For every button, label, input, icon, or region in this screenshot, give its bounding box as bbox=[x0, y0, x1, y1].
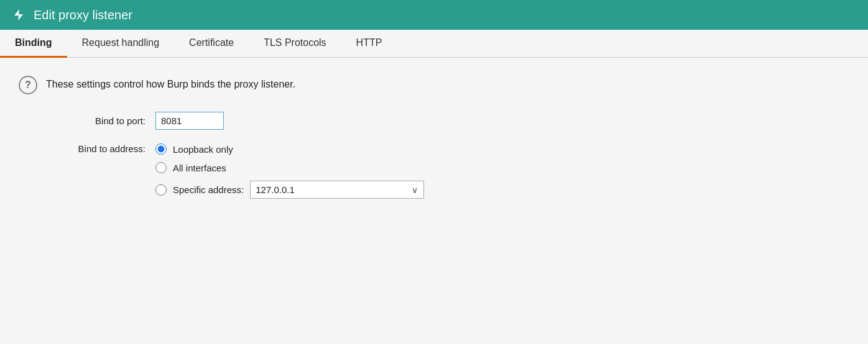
lightning-icon bbox=[10, 6, 27, 24]
radio-all-interfaces-label: All interfaces bbox=[173, 163, 226, 173]
tabs-bar: Binding Request handling Certificate TLS… bbox=[0, 30, 868, 58]
port-input[interactable] bbox=[155, 112, 224, 130]
radio-loopback-input[interactable] bbox=[155, 143, 167, 155]
radio-loopback-label: Loopback only bbox=[173, 144, 233, 155]
address-label: Bind to address: bbox=[46, 143, 145, 154]
specific-address-row: Specific address: 127.0.0.1 bbox=[155, 181, 424, 199]
tab-binding[interactable]: Binding bbox=[0, 30, 67, 58]
svg-marker-0 bbox=[14, 9, 23, 20]
info-row: ? These settings control how Burp binds … bbox=[19, 75, 849, 94]
binding-content: ? These settings control how Burp binds … bbox=[0, 58, 868, 216]
help-circle-icon: ? bbox=[19, 76, 37, 94]
edit-proxy-listener-dialog: Edit proxy listener Binding Request hand… bbox=[0, 0, 868, 344]
binding-form: Bind to port: Bind to address: Loopback … bbox=[19, 112, 849, 199]
radio-all-interfaces-input[interactable] bbox=[155, 162, 167, 173]
tab-request-handling[interactable]: Request handling bbox=[67, 30, 175, 58]
tab-http[interactable]: HTTP bbox=[341, 30, 397, 58]
radio-loopback[interactable]: Loopback only bbox=[155, 143, 424, 155]
port-label: Bind to port: bbox=[46, 115, 145, 126]
radio-specific-input[interactable] bbox=[155, 184, 167, 196]
dialog-title: Edit proxy listener bbox=[34, 8, 132, 22]
dialog-header: Edit proxy listener bbox=[0, 0, 868, 30]
radio-specific-label: Specific address: bbox=[173, 184, 244, 195]
address-radio-group: Loopback only All interfaces Specific ad… bbox=[155, 143, 424, 199]
bind-port-row: Bind to port: bbox=[46, 112, 849, 130]
specific-address-select[interactable]: 127.0.0.1 bbox=[250, 181, 424, 199]
bind-address-row: Bind to address: Loopback only All inter… bbox=[46, 143, 849, 199]
radio-all-interfaces[interactable]: All interfaces bbox=[155, 162, 424, 173]
tab-tls-protocols[interactable]: TLS Protocols bbox=[249, 30, 341, 58]
radio-specific[interactable]: Specific address: bbox=[155, 184, 244, 196]
tab-certificate[interactable]: Certificate bbox=[174, 30, 249, 58]
specific-address-wrapper: 127.0.0.1 bbox=[250, 181, 424, 199]
info-text: These settings control how Burp binds th… bbox=[46, 75, 295, 92]
